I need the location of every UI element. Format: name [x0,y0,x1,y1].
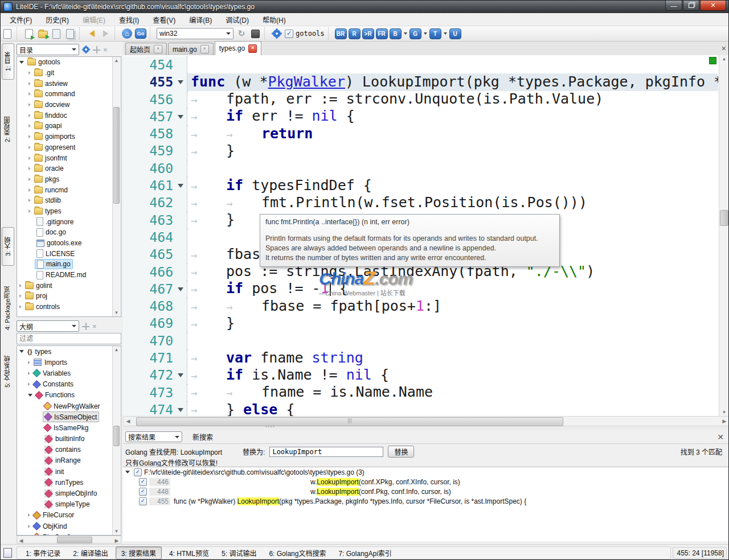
open-file-button[interactable] [23,28,35,39]
tree-item-gotools[interactable]: gotools [17,57,121,68]
tree-item-docview[interactable]: docview [17,100,121,110]
outline-item-init[interactable]: init [17,466,121,477]
menu-查看(V)[interactable]: 查看(V) [146,13,182,26]
editor-hscrollbar[interactable]: ◀ ▶ [123,416,729,426]
save-file-button[interactable] [51,28,62,39]
code-line-471[interactable]: 471→var fname string [123,349,718,367]
tree-item-gotools.exe[interactable]: gotools.exe [17,238,121,249]
fold-marker-icon[interactable] [178,184,183,188]
float-panel-icon[interactable] [93,46,100,53]
tree-item-types[interactable]: types [17,206,121,217]
outline-item-Functions[interactable]: Functions [17,390,121,401]
run-button-T[interactable]: T [429,28,441,39]
scrollbar-thumb[interactable] [113,107,120,204]
save-all-button[interactable] [64,28,76,39]
title-bar[interactable]: LiteIDE - F:\vfc\liteide-git\liteidex\sr… [1,1,728,13]
close-button[interactable]: ✕ [700,1,726,11]
tree-item-controls[interactable]: controls [17,302,121,312]
tree-item-LICENSE[interactable]: LICENSE [17,248,121,259]
outline-scrollbar[interactable]: ▲ ▼ [112,346,120,535]
tree-item-command[interactable]: command [17,89,121,100]
run-button-R[interactable]: R [349,28,361,39]
code-line-468[interactable]: 468→→fbase = fpath[pos+1:] [123,298,718,315]
statusbar-item-5: 调试输出[interactable]: 5: 调试输出 [216,547,261,559]
fold-marker-icon[interactable] [178,80,183,84]
result-row-446[interactable]: ✓446w.LookupImport(conf.XPkg, conf.XInfo… [123,477,729,487]
panel-splitter[interactable] [123,426,729,430]
tree-item-finddoc[interactable]: finddoc [17,110,121,121]
close-panel-icon[interactable]: ✕ [717,433,724,442]
run-button-B[interactable]: B [390,28,402,39]
scroll-right-arrow[interactable]: ▶ [720,417,728,425]
open-folder-button[interactable] [37,28,48,39]
fold-marker-icon[interactable] [178,408,183,412]
scroll-right-arrow[interactable]: ▶ [113,537,121,545]
tree-collapsed-arrow-icon[interactable] [28,372,30,375]
outline-item-Variables[interactable]: Variables [17,368,121,378]
tree-collapsed-arrow-icon[interactable] [28,513,30,517]
outline-item-IsSameObject[interactable]: IsSameObject [17,411,121,422]
outline-item-simpleObjInfo[interactable]: simpleObjInfo [17,488,121,499]
outline-item-contains[interactable]: contains [17,444,121,455]
close-panel-icon[interactable]: × [103,46,108,54]
tree-collapsed-arrow-icon[interactable] [28,525,30,528]
tree-collapsed-arrow-icon[interactable] [28,209,31,213]
close-editor-icon[interactable]: × [722,44,726,53]
tree-collapsed-arrow-icon[interactable] [28,92,31,96]
outline-hscrollbar[interactable]: ◀ ▶ [17,536,121,543]
code-line-473[interactable]: 473→→fname = is.Name.Name [123,384,718,401]
outline-item-ObjKind[interactable]: ObjKind [17,521,121,532]
replace-input[interactable] [269,447,383,457]
tree-item-oracle[interactable]: oracle [17,163,121,174]
tree-collapsed-arrow-icon[interactable] [28,135,31,138]
tree-collapsed-arrow-icon[interactable] [28,188,31,192]
result-checkbox[interactable]: ✓ [139,478,147,486]
directory-view-combo[interactable]: 目录 [17,44,79,55]
scroll-down-arrow[interactable]: ▼ [113,528,120,535]
scroll-down-arrow[interactable]: ▼ [113,309,120,316]
godoc-button[interactable]: Go [135,28,146,39]
result-checkbox[interactable]: ✓ [139,497,147,505]
new-search-button[interactable]: 新搜索 [193,432,213,442]
code-line-469[interactable]: 469→} [123,315,718,332]
scrollbar-thumb[interactable] [57,537,92,543]
statusbar-item-3: 搜索结果[interactable]: 3: 搜索结果 [116,546,162,559]
tree-item-pkgs[interactable]: pkgs [17,174,121,185]
menu-查找(I)[interactable]: 查找(I) [112,13,146,26]
statusbar-item-4: HTML预览[interactable]: 4: HTML预览 [164,547,214,559]
code-line-458[interactable]: 458→→return [123,125,718,142]
tree-collapsed-arrow-icon[interactable] [28,124,31,127]
tree-expanded-arrow-icon[interactable] [125,471,130,473]
tree-collapsed-arrow-icon[interactable] [28,71,31,75]
close-panel-icon[interactable]: × [92,322,97,331]
statusbar-item-6: Golang文档搜索[interactable]: 6: Golang文档搜索 [264,547,331,559]
tab-close-icon[interactable]: × [154,45,162,53]
dropdown-arrow-icon[interactable] [424,32,427,35]
code-line-462[interactable]: 462→→fmt.Println(w.fset.Position(is.Pos(… [123,194,718,211]
code-line-461[interactable]: 461→if typesFindDef { [123,177,718,194]
tree-collapsed-arrow-icon[interactable] [28,114,31,117]
statusbar-item-1: 事件记录[interactable]: 1: 事件记录 [21,547,65,559]
outline-item-FileCursor[interactable]: FileCursor [17,510,121,521]
tree-collapsed-arrow-icon[interactable] [19,305,22,308]
scroll-up-arrow[interactable]: ▲ [113,57,120,64]
tree-collapsed-arrow-icon[interactable] [28,146,31,149]
outline-item-PkgConfig[interactable]: PkgConfig [17,532,121,536]
result-row-448[interactable]: ✓448w.LookupImport(conf.Pkg, conf.Info, … [123,487,729,496]
side-tab-3[interactable]: 3: 大纲 [2,227,14,266]
code-line-472[interactable]: 472→if is.Name != nil { [123,367,718,384]
navigate-forward-button[interactable] [100,28,111,39]
fold-marker-icon[interactable] [178,373,183,377]
tree-expanded-arrow-icon[interactable] [19,61,24,64]
file-checkbox[interactable]: ✓ [134,468,142,476]
side-tab-5[interactable]: 5: 文件系统 [2,344,13,400]
tree-item-.gitignore[interactable]: .gitignore [17,216,121,227]
menu-编辑(E)[interactable]: 编辑(E) [76,13,112,26]
minimize-button[interactable]: — [665,1,682,11]
tree-collapsed-arrow-icon[interactable] [28,82,31,85]
side-tab-4[interactable]: 4: Package浏览 [2,274,13,342]
result-checkbox[interactable]: ✓ [139,488,147,496]
editor-vscrollbar[interactable]: ▲ ▼ [719,55,729,416]
run-button-U[interactable]: U [449,28,461,39]
outline-item-types[interactable]: {}types [17,346,121,357]
